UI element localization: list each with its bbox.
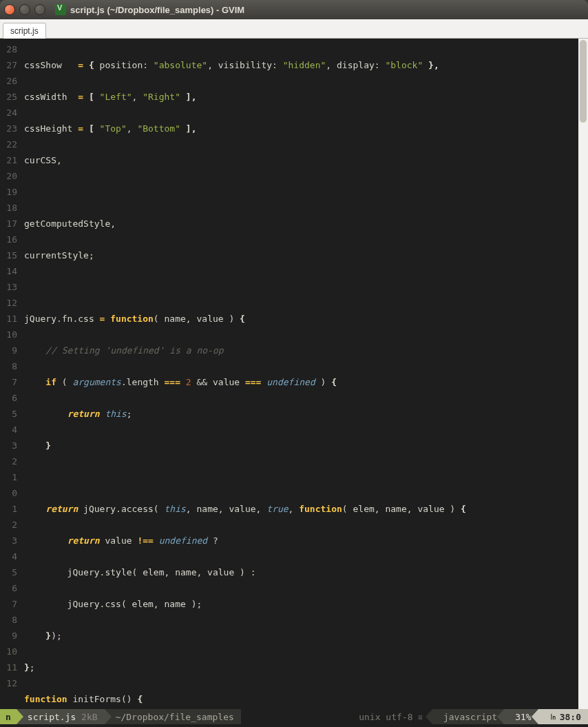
scrollbar-thumb[interactable] (580, 40, 587, 123)
tab-bar: script.js (0, 19, 588, 39)
window-title: script.js (~/Dropbox/file_samples) - GVI… (70, 5, 244, 15)
status-encoding: unix utf-8 ☒ (352, 709, 432, 724)
minimize-icon[interactable] (19, 4, 30, 15)
tab-script-js[interactable]: script.js (3, 23, 46, 39)
scrollbar-vertical[interactable] (578, 39, 588, 709)
status-filetype: javascript (432, 709, 504, 724)
status-path: ~/Dropbox/file_samples (105, 709, 241, 724)
close-icon[interactable] (4, 4, 15, 15)
status-bar: n script.js 2kB ~/Dropbox/file_samples u… (0, 709, 588, 724)
status-position: ㏑38:0 (538, 709, 588, 724)
window-titlebar: script.js (~/Dropbox/file_samples) - GVI… (0, 0, 588, 19)
readonly-icon: ☒ (418, 713, 423, 721)
line-number-gutter: 2827262524232221201918171615141312111098… (0, 39, 21, 709)
mode-indicator: n (0, 709, 17, 724)
app-icon (55, 4, 66, 15)
code-area[interactable]: cssShow = { position: "absolute", visibi… (21, 39, 588, 709)
status-filename: script.js 2kB (17, 709, 105, 724)
editor[interactable]: 2827262524232221201918171615141312111098… (0, 39, 588, 709)
maximize-icon[interactable] (34, 4, 45, 15)
line-number-icon: ㏑ (549, 712, 557, 722)
